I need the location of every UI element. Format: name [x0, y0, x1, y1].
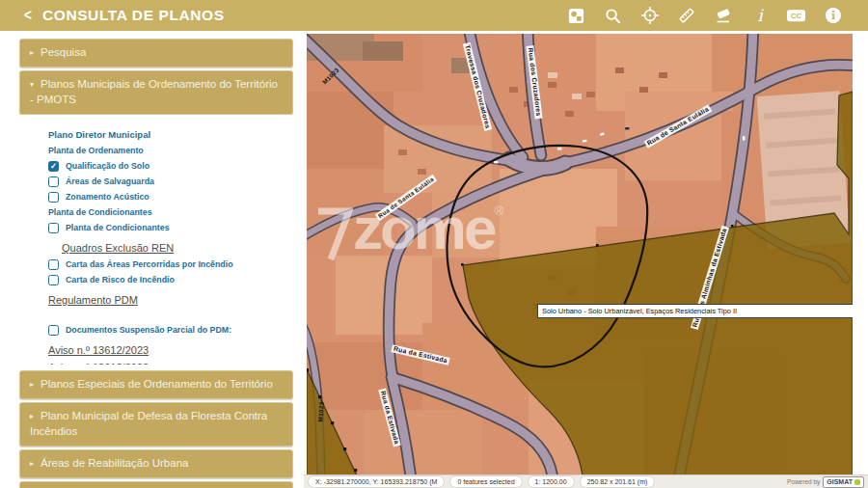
checkbox-qualificacao-do-solo[interactable]: ✓ Qualificação do Solo: [48, 161, 289, 172]
section-heading-planta-ordenamento: Planta de Ordenamento: [48, 146, 289, 155]
crosshair-icon: [640, 6, 660, 25]
checkbox-label: Planta de Condicionantes: [66, 223, 170, 233]
scale-label: 1:: [535, 478, 541, 485]
panel-label: Planos Especiais de Ordenamento do Terri…: [41, 378, 273, 390]
powered-by-text: Powered by: [787, 478, 820, 485]
erase-button[interactable]: [713, 6, 733, 26]
gismat-logo-dot: [854, 479, 860, 485]
sidebar-panel-planos-especiais[interactable]: ▸Planos Especiais de Ordenamento do Terr…: [19, 370, 293, 399]
extent-dimensions-readout: 250.82 x 201.61 (m): [580, 475, 656, 488]
info-button[interactable]: i: [823, 6, 843, 26]
scale-input[interactable]: 1: 1200.00: [528, 475, 575, 488]
cc-icon: CC: [786, 6, 806, 25]
checkbox-label: Qualificação do Solo: [66, 161, 149, 172]
identify-button[interactable]: i: [749, 6, 770, 26]
locate-button[interactable]: [639, 6, 660, 26]
ruler-icon: [677, 6, 696, 25]
sidebar: ▸Pesquisa ▾Planos Municipais de Ordename…: [19, 39, 293, 488]
checkbox-label: Carta das Áreas Percorridas por Incêndio: [66, 259, 233, 270]
chevron-right-icon: ▸: [30, 380, 34, 389]
checkbox-areas-de-salvaguarda[interactable]: ✓ Áreas de Salvaguarda: [48, 176, 289, 187]
section-heading-planta-condicionantes: Planta de Condicionantes: [48, 207, 289, 217]
search-icon: [604, 7, 622, 25]
gismat-brand-text: GISMAT: [827, 477, 853, 487]
checkbox-icon: ✓: [48, 259, 59, 270]
eraser-icon: [714, 6, 733, 25]
svg-text:i: i: [757, 6, 764, 25]
panel-label: Pesquisa: [41, 46, 86, 58]
sidebar-panel-rede-topografica[interactable]: ▸Rede de Apoio Topográfico Municipal: [19, 481, 293, 488]
gismat-logo[interactable]: GISMAT: [823, 476, 864, 488]
chevron-right-icon: ▸: [30, 459, 34, 468]
checkbox-icon: ✓: [48, 192, 59, 203]
link-regulamento-pdm[interactable]: Regulamento PDM: [48, 294, 138, 306]
checkbox-icon: ✓: [48, 161, 59, 172]
panel-label: Áreas de Reabilitação Urbana: [41, 457, 188, 469]
checkbox-label: Carta de Risco de Incêndio: [66, 275, 175, 285]
checkbox-documentos-suspensao[interactable]: ✓ Documentos Suspensão Parcial do PDM:: [48, 325, 289, 336]
panel-label: Plano Municipal de Defesa da Floresta Co…: [30, 410, 267, 438]
coordinates-readout: X: -32981.270000, Y: 165393.218750 (M: [308, 475, 445, 488]
section-heading-pdm: Plano Diretor Municipal: [48, 129, 289, 140]
cc-button[interactable]: CC: [786, 6, 806, 26]
link-aviso-13612-2023[interactable]: Aviso n.º 13612/2023: [48, 344, 149, 356]
back-icon[interactable]: <: [24, 6, 32, 25]
measure-button[interactable]: [676, 6, 696, 26]
header-title-wrap: < CONSULTA DE PLANOS: [0, 6, 225, 25]
sidebar-panel-pmots[interactable]: ▾Planos Municipais de Ordenamento do Ter…: [19, 70, 293, 115]
info-italic-icon: i: [753, 6, 767, 25]
checkbox-carta-risco-incendio[interactable]: ✓ Carta de Risco de Incêndio: [48, 275, 289, 285]
svg-text:i: i: [830, 10, 834, 22]
map-viewport[interactable]: Travessa dos Cruzadores Rua dos Cruzador…: [307, 34, 853, 474]
scale-value: 1200.00: [542, 478, 566, 485]
checkbox-icon: ✓: [48, 176, 59, 187]
panel-label: Planos Municipais de Ordenamento do Terr…: [30, 78, 278, 106]
sidebar-panel-pesquisa[interactable]: ▸Pesquisa: [19, 39, 293, 68]
sidebar-panel-defesa-floresta[interactable]: ▸Plano Municipal de Defesa da Floresta C…: [19, 402, 293, 447]
consulta-de-planos-app: < CONSULTA DE PLANOS: [0, 0, 868, 488]
layers-icon: [567, 7, 585, 25]
checkbox-planta-condicionantes[interactable]: ✓ Planta de Condicionantes: [48, 223, 289, 233]
link-aviso-partial[interactable]: Aviso n.º 13612/2023: [48, 362, 149, 365]
identify-tooltip: Solo Urbano - Solo Urbanizável, Espaços …: [537, 304, 853, 318]
powered-by: Powered by GISMAT: [787, 476, 864, 488]
checkbox-label: Áreas de Salvaguarda: [66, 176, 154, 187]
map-toolbar: i CC i: [566, 6, 868, 26]
chevron-right-icon: ▸: [30, 48, 34, 57]
app-header: < CONSULTA DE PLANOS: [0, 0, 868, 31]
search-button[interactable]: [603, 6, 623, 26]
link-quadros-exclusao-ren[interactable]: Quadros Exclusão REN: [62, 242, 174, 254]
checkbox-zonamento-acustico[interactable]: ✓ Zonamento Acústico: [48, 192, 289, 203]
checkbox-icon: ✓: [48, 275, 59, 285]
chevron-down-icon: ▾: [30, 80, 34, 89]
features-selected-readout: 0 features selected: [449, 475, 522, 488]
checkbox-label: Zonamento Acústico: [66, 192, 149, 203]
chevron-right-icon: ▸: [30, 412, 34, 420]
info-circle-icon: i: [824, 6, 843, 25]
checkbox-icon: ✓: [48, 325, 59, 336]
pmots-panel-content: Plano Diretor Municipal Planta de Ordena…: [19, 115, 293, 370]
svg-text:CC: CC: [791, 12, 802, 20]
checkbox-icon: ✓: [48, 223, 59, 233]
checkbox-label: Documentos Suspensão Parcial do PDM:: [66, 325, 231, 336]
map-status-bar: X: -32981.270000, Y: 165393.218750 (M 0 …: [304, 474, 868, 488]
checkbox-carta-areas-percorridas[interactable]: ✓ Carta das Áreas Percorridas por Incênd…: [48, 259, 289, 270]
page-title: CONSULTA DE PLANOS: [42, 7, 225, 24]
sidebar-panel-reabilitacao-urbana[interactable]: ▸Áreas de Reabilitação Urbana: [19, 449, 293, 478]
basemap-layers-button[interactable]: [566, 6, 586, 26]
